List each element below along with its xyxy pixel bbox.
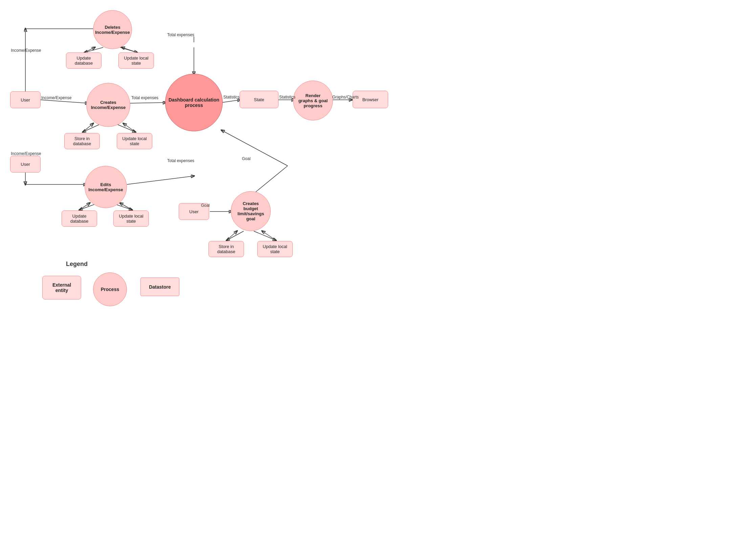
- svg-line-3: [129, 103, 166, 103]
- update-local-1: Update localstate: [118, 52, 154, 69]
- diagram-container: User DeletesIncome/Expense Updatedatabas…: [0, 0, 756, 557]
- label-total-exp-creates: Total expenses: [131, 95, 158, 100]
- store-db-1: Store indatabase: [64, 133, 100, 149]
- state-rect: State: [240, 91, 279, 108]
- svg-line-29: [262, 231, 276, 240]
- svg-line-12: [124, 124, 135, 132]
- dashboard-process: Dashboard calculationprocess: [165, 74, 223, 131]
- user-bottom-entity: User: [10, 156, 41, 173]
- browser-entity: Browser: [353, 91, 388, 108]
- update-local-3: Update localstate: [113, 210, 149, 227]
- svg-line-18: [120, 203, 132, 210]
- store-db-2: Store indatabase: [208, 241, 244, 257]
- svg-line-11: [83, 124, 93, 132]
- svg-line-5: [85, 47, 103, 52]
- legend-process: Process: [93, 272, 127, 306]
- legend-title: Legend: [66, 261, 88, 268]
- svg-line-17: [80, 203, 90, 210]
- svg-line-2: [41, 100, 88, 103]
- label-income-expense-creates: Income/Expense: [41, 95, 71, 100]
- svg-line-26: [227, 231, 244, 240]
- creates-process: CreatesIncome/Expense: [86, 83, 130, 127]
- update-local-2: Update localstate: [117, 133, 152, 149]
- user-top-entity: User: [10, 91, 41, 108]
- legend-external-entity: Externalentity: [42, 276, 81, 299]
- svg-line-28: [227, 231, 237, 240]
- svg-line-10: [115, 124, 135, 132]
- update-db-1: Updatedatabase: [66, 52, 102, 69]
- svg-line-8: [122, 47, 137, 52]
- label-goal-1: Goal: [242, 156, 250, 161]
- svg-line-7: [85, 47, 95, 52]
- edits-process: EditsIncome/Expense: [85, 166, 127, 208]
- legend-datastore: Datastore: [140, 277, 179, 296]
- label-goal-2: Goal: [201, 203, 209, 208]
- label-statistics-1: Statistics: [223, 95, 240, 99]
- label-income-expense-top: Income/Expense: [11, 48, 41, 53]
- update-local-4: Update localstate: [257, 241, 293, 257]
- label-statistics-2: Statistics: [279, 95, 295, 99]
- creates-budget-process: Createsbudgetlimit/savingsgoal: [231, 191, 271, 231]
- svg-line-20: [222, 100, 240, 103]
- svg-line-6: [120, 47, 137, 52]
- svg-line-24: [222, 130, 288, 166]
- svg-line-19: [127, 176, 194, 184]
- svg-line-27: [254, 231, 276, 240]
- label-income-expense-bottom: Income/Expense: [11, 151, 41, 156]
- label-graphs-charts: Graphs/Charts: [332, 95, 359, 99]
- label-total-expenses-bottom: Total expenses: [167, 158, 194, 163]
- label-total-expenses-top: Total expenses: [167, 32, 194, 37]
- render-graphs-process: Rendergraphs & goalprogress: [293, 81, 333, 120]
- deletes-process: DeletesIncome/Expense: [93, 10, 132, 49]
- update-db-2: Updatedatabase: [62, 210, 97, 227]
